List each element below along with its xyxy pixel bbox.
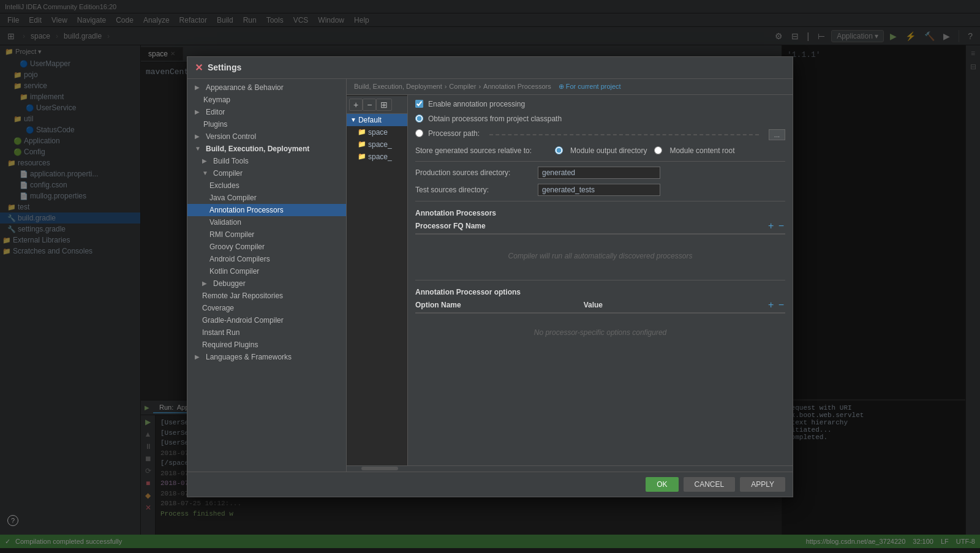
separator-3 xyxy=(415,280,785,280)
enable-ap-label: Enable annotation processing xyxy=(428,100,563,108)
nav-excludes-label: Excludes xyxy=(209,181,239,190)
test-sources-input[interactable] xyxy=(538,184,660,196)
breadcrumb-annotation: Annotation Processors xyxy=(483,83,551,90)
nav-validation[interactable]: Validation xyxy=(187,216,346,228)
separator-2 xyxy=(415,201,785,201)
nav-rmi-compiler[interactable]: RMI Compiler xyxy=(187,228,346,241)
obtain-processors-label: Obtain processors from project classpath xyxy=(428,115,562,123)
nav-build-tools-arrow: ▶ xyxy=(202,157,211,164)
profile-space2[interactable]: 📁 space_ xyxy=(347,138,407,151)
add-option-button[interactable]: + xyxy=(767,300,775,310)
nav-excludes[interactable]: Excludes xyxy=(187,179,346,192)
nav-rmi-compiler-label: RMI Compiler xyxy=(209,230,254,239)
breadcrumb-note-label: For current project xyxy=(566,83,621,90)
module-content-radio[interactable] xyxy=(654,146,662,154)
profile-space3-icon: 📁 xyxy=(358,152,366,160)
proc-fq-header-row: Processor FQ Name + − xyxy=(415,221,785,235)
close-dialog-icon[interactable]: ✕ xyxy=(195,62,203,73)
nav-coverage-label: Coverage xyxy=(202,304,234,312)
processor-path-row: Processor path: ... xyxy=(415,129,785,140)
separator-1 xyxy=(415,161,785,162)
profile-default-arrow: ▼ xyxy=(350,116,356,123)
remove-processor-button[interactable]: − xyxy=(777,221,785,231)
breadcrumb-compiler: Compiler xyxy=(449,83,476,90)
settings-footer: OK CANCEL APPLY xyxy=(187,472,793,497)
nav-debugger[interactable]: ▶ Debugger xyxy=(187,277,346,290)
nav-compiler-label: Compiler xyxy=(213,169,243,178)
nav-android-compilers[interactable]: Android Compilers xyxy=(187,253,346,265)
nav-build-arrow: ▼ xyxy=(195,145,203,152)
horizontal-scrollbar[interactable] xyxy=(347,465,793,472)
profile-space2-label: space_ xyxy=(368,140,392,149)
nav-build[interactable]: ▼ Build, Execution, Deployment xyxy=(187,143,346,155)
nav-languages[interactable]: ▶ Languages & Frameworks xyxy=(187,351,346,363)
processor-path-browse-button[interactable]: ... xyxy=(769,129,785,140)
prod-sources-label: Production sources directory: xyxy=(415,168,538,177)
profile-space[interactable]: 📁 space xyxy=(347,126,407,138)
nav-annotation-processors-label: Annotation Processors xyxy=(209,206,284,214)
nav-editor-arrow: ▶ xyxy=(195,108,203,115)
test-sources-label: Test sources directory: xyxy=(415,186,538,194)
store-sources-label: Store generated sources relative to: xyxy=(415,146,550,155)
module-content-label: Module content root xyxy=(669,146,734,155)
breadcrumb-sep2: › xyxy=(478,83,481,90)
nav-remote-jar[interactable]: Remote Jar Repositories xyxy=(187,290,346,302)
nav-groovy-compiler[interactable]: Groovy Compiler xyxy=(187,241,346,253)
remove-option-button[interactable]: − xyxy=(777,300,785,310)
nav-groovy-compiler-label: Groovy Compiler xyxy=(209,243,265,251)
module-output-radio[interactable] xyxy=(555,146,563,154)
nav-appearance[interactable]: ▶ Appearance & Behavior xyxy=(187,81,346,94)
nav-kotlin-compiler-label: Kotlin Compiler xyxy=(209,267,259,276)
nav-appearance-arrow: ▶ xyxy=(195,84,203,91)
option-name-header: Option Name xyxy=(415,301,461,309)
settings-nav: ▶ Appearance & Behavior Keymap ▶ Editor … xyxy=(187,79,347,472)
nav-validation-label: Validation xyxy=(209,218,241,227)
profile-default[interactable]: ▼ Default xyxy=(347,114,407,126)
nav-languages-label: Languages & Frameworks xyxy=(206,353,292,361)
test-sources-row: Test sources directory: xyxy=(415,184,785,196)
ok-button[interactable]: OK xyxy=(646,477,678,492)
settings-right-content: Build, Execution, Deployment › Compiler … xyxy=(347,79,793,472)
tree-toolbar: + − ⊞ xyxy=(347,96,407,114)
proc-fq-name-header: Processor FQ Name xyxy=(415,222,486,230)
nav-plugins[interactable]: Plugins xyxy=(187,118,346,130)
nav-required-plugins[interactable]: Required Plugins xyxy=(187,339,346,351)
processor-path-input-area xyxy=(489,134,759,135)
profile-space3[interactable]: 📁 space_ xyxy=(347,151,407,163)
copy-profile-button[interactable]: ⊞ xyxy=(376,99,392,111)
nav-keymap[interactable]: Keymap xyxy=(187,94,346,106)
nav-build-tools-label: Build Tools xyxy=(213,157,249,165)
prod-sources-row: Production sources directory: xyxy=(415,167,785,179)
nav-kotlin-compiler[interactable]: Kotlin Compiler xyxy=(187,265,346,277)
add-profile-button[interactable]: + xyxy=(349,99,363,111)
cancel-button[interactable]: CANCEL xyxy=(684,477,736,492)
prod-sources-input[interactable] xyxy=(538,167,660,179)
nav-build-label: Build, Execution, Deployment xyxy=(206,145,309,153)
nav-java-compiler[interactable]: Java Compiler xyxy=(187,192,346,204)
nav-android-compilers-label: Android Compilers xyxy=(209,255,270,263)
profile-space-icon: 📁 xyxy=(358,128,366,136)
nav-gradle-android[interactable]: Gradle-Android Compiler xyxy=(187,314,346,326)
scrollbar-thumb[interactable] xyxy=(361,467,398,470)
nav-coverage[interactable]: Coverage xyxy=(187,302,346,314)
nav-plugins-label: Plugins xyxy=(203,120,227,129)
obtain-processors-radio[interactable] xyxy=(415,115,423,122)
settings-split-area: + − ⊞ ▼ Default 📁 space xyxy=(347,95,793,465)
nav-annotation-processors[interactable]: Annotation Processors xyxy=(187,204,346,216)
enable-ap-checkbox[interactable] xyxy=(415,100,423,108)
nav-build-tools[interactable]: ▶ Build Tools xyxy=(187,155,346,167)
nav-compiler[interactable]: ▼ Compiler xyxy=(187,167,346,179)
processor-path-radio[interactable] xyxy=(415,129,423,137)
breadcrumb-sep1: › xyxy=(445,83,447,90)
nav-compiler-arrow: ▼ xyxy=(202,170,211,176)
add-processor-button[interactable]: + xyxy=(767,221,775,231)
nav-languages-arrow: ▶ xyxy=(195,353,203,360)
nav-instant-run[interactable]: Instant Run xyxy=(187,326,346,339)
remove-profile-button[interactable]: − xyxy=(363,99,376,111)
nav-editor[interactable]: ▶ Editor xyxy=(187,106,346,118)
breadcrumb-build: Build, Execution, Deployment xyxy=(354,83,442,90)
option-value-header: Value xyxy=(584,301,603,309)
nav-vcs[interactable]: ▶ Version Control xyxy=(187,130,346,143)
current-project-icon: ⊕ xyxy=(559,83,564,90)
apply-button[interactable]: APPLY xyxy=(740,477,785,492)
